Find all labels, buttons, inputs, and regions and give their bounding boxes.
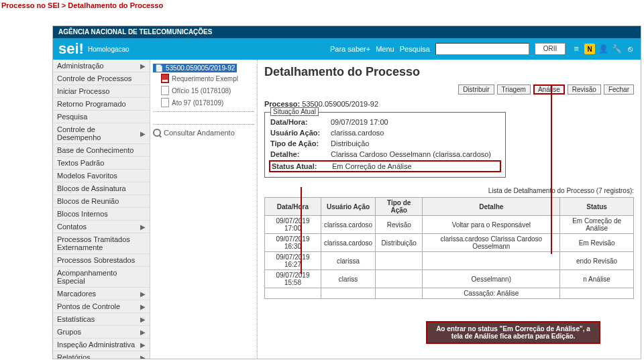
consultar-andamento[interactable]: Consultar Andamento — [153, 124, 254, 137]
situacao-row: Status Atual:Em Correção de Análise — [269, 160, 501, 172]
action-button[interactable]: Fechar — [604, 84, 634, 95]
breadcrumb: Processo no SEI > Detalhamento do Proces… — [1, 1, 163, 9]
red-line — [301, 187, 302, 274]
situacao-row: Tipo de Ação:Distribuição — [270, 138, 500, 149]
content-panel: Detalhamento do Processo DistribuirTriag… — [258, 60, 641, 359]
sidebar-item[interactable]: Iniciar Processo — [53, 85, 150, 98]
exit-icon[interactable]: ⎋ — [625, 44, 635, 54]
callout-box: Ao entrar no status "Em Correção de Anál… — [426, 321, 600, 344]
table-row: 09/07/2019 16:27clarissaendo Revisão — [265, 252, 634, 270]
sidebar-item[interactable]: Grupos▶ — [53, 326, 150, 339]
sidebar-item[interactable]: Blocos Internos — [53, 208, 150, 221]
sidebar-item[interactable]: Administração▶ — [53, 60, 150, 72]
user-icon[interactable]: 👤 — [598, 44, 608, 54]
situacao-row: Usuário Ação:clarissa.cardoso — [270, 127, 500, 138]
document-icon — [161, 98, 169, 107]
unit-select[interactable]: ORII — [535, 43, 566, 55]
sidebar-item[interactable]: Pontos de Controle▶ — [53, 300, 150, 313]
action-button[interactable]: Análise — [533, 84, 565, 95]
tree-doc[interactable]: Ato 97 (0178109) — [153, 97, 254, 109]
table-row: 09/07/2019 16:30clarissa.cardosoDistribu… — [265, 234, 634, 252]
sidebar-item[interactable]: Controle de Processos — [53, 72, 150, 85]
situacao-row: Data/Hora:09/07/2019 17:00 — [270, 117, 500, 127]
red-line — [551, 85, 552, 254]
sidebar-item[interactable]: Inspeção Administrativa▶ — [53, 339, 150, 351]
action-button[interactable]: Revisão — [568, 84, 601, 95]
sidebar-item[interactable]: Processos Sobrestados — [53, 254, 150, 267]
logo: sei! Homologacao — [58, 40, 129, 58]
sidebar-item[interactable]: Marcadores▶ — [53, 288, 150, 300]
table-row: 09/07/2019 17:00clarissa.cardosoRevisãoV… — [265, 216, 634, 234]
situacao-legend: Situação Atual — [270, 107, 319, 116]
process-tree: 📄 53500.059005/2019-92 Requerimento Exem… — [150, 60, 258, 359]
situacao-row: Detalhe:Clarissa Cardoso Oesselmann (cla… — [270, 149, 500, 160]
col-header: Tipo de Ação — [376, 198, 423, 216]
sidebar-item[interactable]: Blocos de Assinatura — [53, 182, 150, 195]
table-row: 09/07/2019 15:58clarissOesselmann)n Anál… — [265, 270, 634, 288]
sidebar-item[interactable]: Base de Conhecimento — [53, 144, 150, 157]
detail-table: Data/HoraUsuário AçãoTipo de AçãoDetalhe… — [264, 197, 634, 299]
list-icon[interactable]: ≡ — [571, 44, 582, 54]
topbar: sei! Homologacao Para saber+ Menu Pesqui… — [53, 38, 641, 60]
col-header: Detalhe — [423, 198, 560, 216]
sidebar-item[interactable]: Blocos de Reunião — [53, 195, 150, 208]
search-input[interactable] — [435, 43, 529, 55]
tree-doc[interactable]: Ofício 15 (0178108) — [153, 84, 254, 97]
sidebar-item[interactable]: Modelos Favoritos — [53, 170, 150, 182]
sidebar-item[interactable]: Controle de Desempenho▶ — [53, 123, 150, 144]
col-header: Usuário Ação — [321, 198, 375, 216]
sidebar-item[interactable]: Estatísticas▶ — [53, 313, 150, 326]
pdf-icon — [161, 74, 169, 83]
link-parasaber[interactable]: Para saber+ — [330, 45, 370, 53]
table-row: Cassação: Análise — [265, 288, 634, 299]
process-line: Processo: 53500.059005/2019-92 — [264, 100, 634, 108]
search-icon — [153, 129, 161, 137]
process-number[interactable]: 📄 53500.059005/2019-92 — [153, 64, 237, 72]
sidebar-item[interactable]: Retorno Programado — [53, 98, 150, 111]
situacao-box: Situação Atual Data/Hora:09/07/2019 17:0… — [264, 112, 506, 178]
tree-doc[interactable]: Requerimento Exempl — [153, 72, 254, 84]
col-header: Status — [560, 198, 634, 216]
app-window: AGÊNCIA NACIONAL DE TELECOMUNICAÇÕES sei… — [52, 25, 641, 359]
action-buttons: DistribuirTriagemAnáliseRevisãoFechar — [264, 84, 634, 95]
link-menu[interactable]: Menu — [376, 45, 394, 53]
document-icon — [161, 86, 169, 95]
sidebar-item[interactable]: Pesquisa — [53, 111, 150, 123]
sidebar-item[interactable]: Textos Padrão — [53, 157, 150, 170]
list-info: Lista de Detalhamento do Processo (7 reg… — [264, 187, 634, 194]
label-pesquisa: Pesquisa — [400, 45, 430, 53]
notification-icon[interactable]: N — [584, 44, 595, 54]
sidebar-item[interactable]: Relatórios▶ — [53, 351, 150, 359]
settings-icon[interactable]: 🔧 — [611, 44, 622, 54]
sidebar-item[interactable]: Acompanhamento Especial — [53, 267, 150, 288]
sidebar-item[interactable]: Contatos▶ — [53, 221, 150, 233]
sidebar-item[interactable]: Processos Tramitados Externamente — [53, 233, 150, 254]
col-header: Data/Hora — [265, 198, 321, 216]
sidebar: Administração▶Controle de ProcessosInici… — [53, 60, 150, 359]
agency-bar: AGÊNCIA NACIONAL DE TELECOMUNICAÇÕES — [53, 26, 641, 38]
page-title: Detalhamento do Processo — [264, 65, 634, 79]
action-button[interactable]: Distribuir — [458, 84, 494, 95]
action-button[interactable]: Triagem — [497, 84, 531, 95]
